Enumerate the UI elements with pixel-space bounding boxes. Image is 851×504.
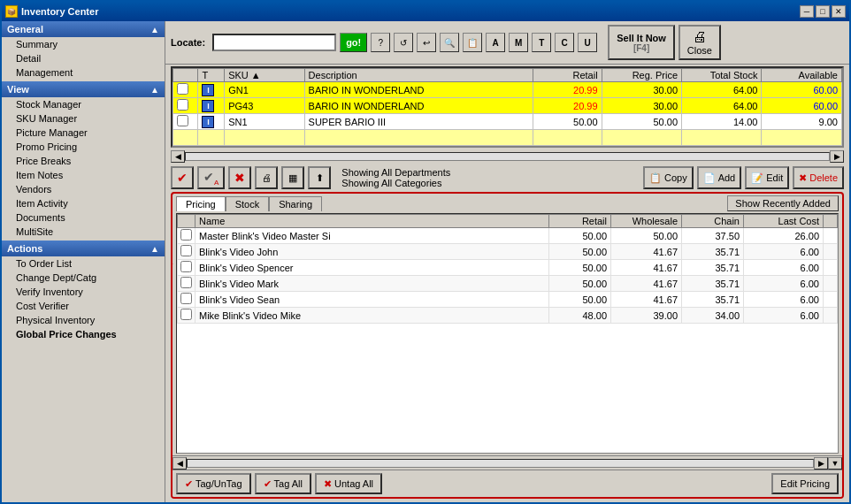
show-recently-added-button[interactable]: Show Recently Added (727, 195, 839, 211)
row-checkbox[interactable] (177, 83, 188, 95)
tag-untag-button[interactable]: ✔ Tag/UnTag (176, 473, 251, 494)
edit-label: Edit (766, 172, 783, 183)
sidebar-item-promo-pricing[interactable]: Promo Pricing (2, 140, 165, 154)
locate-input[interactable] (212, 34, 336, 51)
sidebar-header-view[interactable]: View ▲ (2, 81, 165, 97)
pricing-table-row[interactable]: Blink's Video Spencer 50.00 41.67 35.71 … (178, 260, 838, 276)
sell-it-now-button[interactable]: Sell It Now [F4] (608, 25, 675, 60)
add-label: Add (718, 172, 736, 183)
copy-button[interactable]: 📋 Copy (643, 166, 694, 189)
pricing-row-checkbox[interactable] (180, 293, 192, 304)
pricing-scroll-down[interactable]: ▼ (828, 457, 842, 470)
pricing-table-row[interactable]: Blink's Video John 50.00 41.67 35.71 6.0… (178, 244, 838, 260)
pricing-row-checkbox[interactable] (180, 261, 192, 272)
table-hscroll[interactable]: ◀ ▶ (171, 149, 844, 164)
pricing-row-checkbox[interactable] (180, 309, 192, 320)
pricing-scroll-left[interactable]: ◀ (172, 457, 187, 470)
tab-stock[interactable]: Stock (226, 196, 270, 211)
untag-all-button[interactable]: ✖ Untag All (315, 473, 382, 494)
col-header-reg: Reg. Price (602, 69, 681, 82)
copy-label: Copy (664, 172, 687, 183)
refresh-button[interactable]: ↺ (394, 33, 413, 52)
sidebar-item-item-activity[interactable]: Item Activity (2, 196, 165, 210)
sku-cell: GN1 (225, 82, 304, 98)
copy-icon: 📋 (649, 172, 662, 184)
sidebar-item-vendors[interactable]: Vendors (2, 182, 165, 196)
scroll-left-btn[interactable]: ◀ (171, 150, 185, 163)
pricing-row-checkbox[interactable] (180, 229, 192, 241)
scroll-right-btn[interactable]: ▶ (830, 150, 844, 163)
delete-label: Delete (809, 172, 838, 183)
sidebar-item-picture-manager[interactable]: Picture Manager (2, 126, 165, 140)
scroll-track[interactable] (185, 152, 830, 161)
minimize-button[interactable]: ─ (800, 5, 814, 18)
tag-all-button[interactable]: ✔ Tag All (255, 473, 311, 494)
edit-button[interactable]: 📝 Edit (745, 166, 789, 189)
btn-c[interactable]: C (555, 33, 574, 52)
pricing-scroll-right[interactable]: ▶ (814, 457, 828, 470)
btn-u[interactable]: U (578, 33, 597, 52)
go-button[interactable]: go! (340, 33, 367, 52)
showing-text: Showing All Departments Showing All Cate… (334, 167, 640, 188)
pricing-table-row[interactable]: Blink's Video Sean 50.00 41.67 35.71 6.0… (178, 292, 838, 308)
titlebar: 📦 Inventory Center ─ □ ✕ (2, 2, 849, 21)
close-button[interactable]: 🖨 Close (678, 25, 721, 60)
pricing-table-row[interactable]: Mike Blink's Video Mike 48.00 39.00 34.0… (178, 308, 838, 324)
pricing-table-row[interactable]: Blink's Video Mark 50.00 41.67 35.71 6.0… (178, 276, 838, 292)
table-row[interactable]: I SN1 SUPER BARIO III 50.00 50.00 14.00 … (173, 114, 842, 130)
grid-button[interactable]: ▦ (281, 166, 304, 189)
uncheck-action-button[interactable]: ✔A (197, 166, 225, 189)
sidebar-item-global-price-changes[interactable]: Global Price Changes (2, 327, 165, 341)
pricing-row-checkbox[interactable] (180, 245, 192, 256)
sidebar-item-price-breaks[interactable]: Price Breaks (2, 154, 165, 168)
tag-all-icon: ✔ (264, 478, 272, 490)
pricing-scroll-track[interactable] (187, 459, 814, 468)
search-button[interactable]: 🔍 (440, 33, 459, 52)
sidebar-header-actions[interactable]: Actions ▲ (2, 241, 165, 256)
reg-price-cell: 30.00 (602, 82, 681, 98)
sidebar-section-general: General ▲ Summary Detail Management (2, 21, 165, 80)
cancel-action-button[interactable]: ✖ (228, 166, 251, 189)
sidebar-header-general[interactable]: General ▲ (2, 21, 165, 37)
sidebar-item-verify-inventory[interactable]: Verify Inventory (2, 285, 165, 299)
sidebar-item-physical-inventory[interactable]: Physical Inventory (2, 313, 165, 327)
pricing-chain-cell: 35.71 (682, 260, 744, 276)
help-button[interactable]: ? (371, 33, 390, 52)
retail-cell: 50.00 (533, 114, 602, 130)
row-checkbox[interactable] (177, 115, 188, 126)
up-button[interactable]: ⬆ (308, 166, 331, 189)
delete-button[interactable]: ✖ Delete (793, 166, 844, 189)
sidebar-actions-label: Actions (7, 243, 42, 254)
back-button[interactable]: ↩ (417, 33, 436, 52)
check-action-button[interactable]: ✔ (171, 166, 194, 189)
sidebar-item-to-order-list[interactable]: To Order List (2, 256, 165, 271)
window-close-button[interactable]: ✕ (832, 5, 846, 18)
sidebar-item-documents[interactable]: Documents (2, 210, 165, 225)
row-checkbox[interactable] (177, 99, 188, 111)
sidebar-item-multisite[interactable]: MultiSite (2, 225, 165, 239)
sidebar-item-sku-manager[interactable]: SKU Manager (2, 111, 165, 126)
tab-pricing[interactable]: Pricing (176, 196, 226, 211)
edit-pricing-button[interactable]: Edit Pricing (771, 473, 839, 494)
sidebar-item-stock-manager[interactable]: Stock Manager (2, 97, 165, 111)
sidebar-item-detail[interactable]: Detail (2, 51, 165, 65)
sidebar-item-cost-verifier[interactable]: Cost Verifier (2, 299, 165, 313)
btn-a[interactable]: A (486, 33, 505, 52)
sidebar-item-change-dept[interactable]: Change Dept/Catg (2, 271, 165, 285)
print-button[interactable]: 🖨 (255, 166, 278, 189)
add-button[interactable]: 📄 Add (697, 166, 742, 189)
pricing-table-row[interactable]: Master Blink's Video Master Si 50.00 50.… (178, 228, 838, 244)
filter-button[interactable]: 📋 (463, 33, 482, 52)
tab-sharing[interactable]: Sharing (269, 196, 322, 211)
col-header-scroll (824, 215, 838, 228)
table-row[interactable]: I PG43 BARIO IN WONDERLAND 20.99 30.00 6… (173, 98, 842, 114)
sidebar-item-management[interactable]: Management (2, 65, 165, 80)
btn-t[interactable]: T (532, 33, 551, 52)
table-row[interactable]: I GN1 BARIO IN WONDERLAND 20.99 30.00 64… (173, 82, 842, 98)
sidebar-item-summary[interactable]: Summary (2, 37, 165, 51)
pricing-row-checkbox[interactable] (180, 277, 192, 288)
pricing-hscroll[interactable]: ◀ ▶ ▼ (172, 455, 842, 470)
maximize-button[interactable]: □ (816, 5, 830, 18)
btn-m[interactable]: M (509, 33, 528, 52)
sidebar-item-item-notes[interactable]: Item Notes (2, 168, 165, 182)
